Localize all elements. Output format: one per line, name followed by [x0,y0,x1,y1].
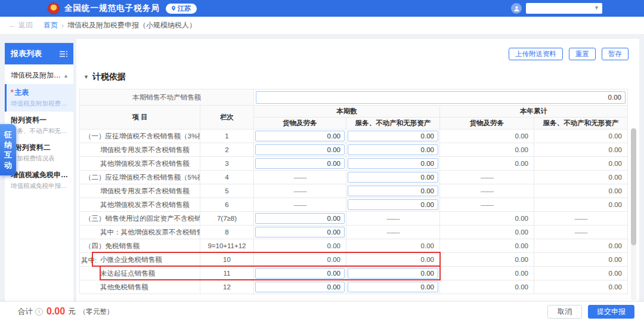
amount-input[interactable] [348,268,438,279]
sidebar-item-subtitle: 服务、不动产和无形资产扣… [11,127,70,135]
scrollbar-thumb[interactable] [631,128,636,245]
row-label: 增值税专用发票不含税销售额 [80,143,200,157]
sidebar-item-title: 增值税减免税申报明… [11,171,70,179]
row-label: 其他增值税发票不含税销售额 [80,198,200,212]
not-applicable-dash: —— [254,184,346,198]
amount-input[interactable] [348,144,438,155]
required-asterisk: * [11,88,14,97]
upload-attachments-button[interactable]: 上传附送资料 [509,48,563,60]
back-label[interactable]: 返回 [18,20,33,30]
not-applicable-dash: —— [440,184,534,198]
row-column-no: 2 [200,143,254,157]
readonly-amount: 0.00 [440,239,534,253]
amount-input[interactable] [348,199,438,210]
interaction-float-tab[interactable]: 征纳互动 [0,124,16,175]
readonly-amount: 0.00 [534,267,628,280]
row-column-no: 9=10+11+12 [200,239,254,253]
reset-button[interactable]: 重置 [569,48,596,60]
col-header-current-period: 本期数 [254,106,440,118]
presale-row-label: 本期销售不动产销售额 [80,89,254,106]
row-column-no: 10 [200,253,254,267]
presale-amount-input[interactable] [256,91,626,104]
readonly-amount: 0.00 [534,184,628,198]
col-header-item: 项 目 [80,106,200,129]
row-label: 其他增值税发票不含税销售额 [80,157,200,171]
row-label: 其中:小微企业免税销售额 [80,253,200,267]
sidebar-item[interactable]: *主表增值税及附加税费申报表 [5,84,73,112]
cancel-button[interactable]: 取消 [547,305,582,319]
not-applicable-dash: —— [534,212,628,226]
not-applicable-dash: —— [440,171,534,184]
row-label: （一）应征增值税不含税销售额（3%征收率） [80,129,200,143]
readonly-amount: 0.00 [534,198,628,212]
user-dropdown[interactable]: ▼ [526,3,602,14]
table-row: 其他免税销售额120.000.00 [80,280,628,294]
amount-input[interactable] [255,227,345,237]
sidebar-group-label: 增值税及附加税费申报… [11,70,63,81]
info-icon[interactable]: i [35,308,43,316]
amount-input[interactable] [348,158,438,169]
amount-input[interactable] [255,282,345,292]
chevron-up-icon: ▲ [63,73,69,79]
breadcrumb-separator: › [61,21,64,30]
section-title-row[interactable]: ▼ 计税依据 [83,72,639,82]
row-label: （三）销售使用过的固定资产不含税销售额 [80,212,200,226]
section-collapse-caret-icon: ▼ [83,74,89,80]
total-in-words: （零元整） [79,307,114,316]
table-row: （二）应征增值税不含税销售额（5%征收率）4————0.00 [80,171,628,184]
not-applicable-dash: —— [346,212,440,226]
amount-input[interactable] [255,131,345,141]
amount-input[interactable] [348,131,438,141]
back-arrow-icon[interactable]: ← [8,21,16,30]
footer-bar: 合计 i 0.00 元 （零元整） 取消 提交申报 [0,301,644,321]
row-label-prefix: 其中: [81,256,97,265]
col-header-goods-current: 货物及劳务 [254,118,346,129]
not-applicable-dash: —— [254,198,346,212]
region-badge-label: 江苏 [178,4,191,13]
readonly-amount: 0.00 [534,253,628,267]
table-row: 未达起征点销售额110.000.00 [80,267,628,280]
amount-input[interactable] [255,213,345,224]
region-badge[interactable]: 江苏 [166,4,197,14]
total-label: 合计 [18,307,33,317]
readonly-amount: 0.00 [534,239,628,253]
readonly-amount: 0.00 [440,280,534,294]
site-title: 全国统一规范电子税务局 [64,3,160,14]
readonly-amount: 0.00 [346,253,440,267]
readonly-amount: 0.00 [440,157,534,171]
row-column-no: 8 [200,226,254,239]
breadcrumb-current: 增值税及附加税费申报（小规模纳税人） [67,20,196,30]
row-column-no: 12 [200,280,254,294]
not-applicable-dash: —— [346,226,440,239]
not-applicable-dash: —— [254,171,346,184]
amount-input[interactable] [348,186,438,196]
table-row: 增值税专用发票不含税销售额5————0.00 [80,184,628,198]
amount-input[interactable] [255,144,345,155]
table-row: （一）应征增值税不含税销售额（3%征收率）10.000.00 [80,129,628,143]
readonly-amount: 0.00 [440,143,534,157]
col-header-services-current: 服务、不动产和无形资产 [346,118,440,129]
col-header-column-no: 栏次 [200,106,254,129]
readonly-amount: 0.00 [440,226,534,239]
tax-basis-table: 本期销售不动产销售额 项 目 栏次 本期数 本年累计 货物及劳务 服务、不动产和… [79,89,627,294]
amount-input[interactable] [255,268,345,279]
col-header-services-year: 服务、不动产和无形资产 [534,118,628,129]
row-column-no: 3 [200,157,254,171]
readonly-amount: 0.00 [534,129,628,143]
submit-declaration-button[interactable]: 提交申报 [588,305,634,319]
amount-input[interactable] [255,158,345,169]
col-header-goods-year: 货物及劳务 [440,118,534,129]
amount-input[interactable] [348,282,438,292]
save-draft-button[interactable]: 暂存 [602,48,628,60]
sidebar-group[interactable]: 增值税及附加税费申报… ▲ [5,64,73,84]
col-header-year-total: 本年累计 [440,106,628,118]
user-avatar-icon[interactable] [511,3,522,14]
section-title: 计税依据 [92,72,126,82]
breadcrumb: ← 返回 首页 › 增值税及附加税费申报（小规模纳税人） [0,17,644,35]
row-column-no: 11 [200,267,254,280]
sidebar-item-subtitle: 增值税减免税申报明细表 [11,182,70,190]
amount-input[interactable] [348,172,438,183]
vertical-scrollbar[interactable] [631,128,636,300]
list-toggle-icon[interactable] [60,51,67,57]
breadcrumb-home[interactable]: 首页 [44,20,58,30]
